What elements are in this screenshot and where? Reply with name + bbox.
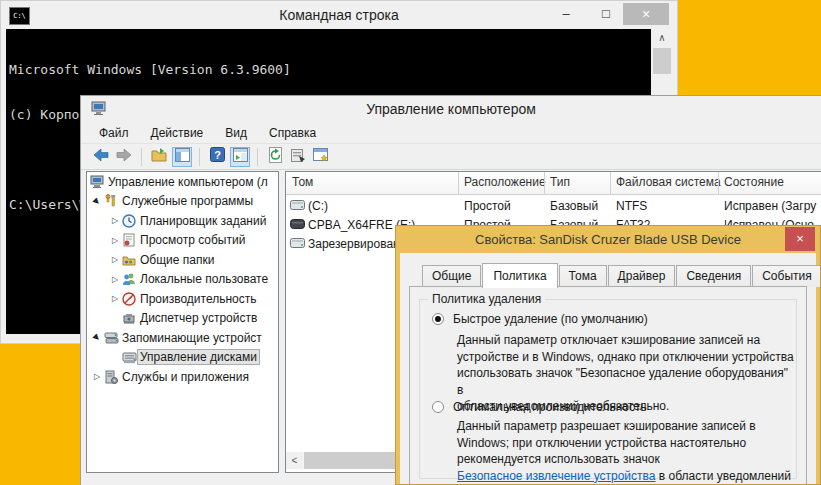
volume-layout: Простой	[464, 199, 511, 213]
cmd-scrollbar-thumb[interactable]	[653, 48, 671, 74]
column-header-filesystem[interactable]: Файловая система	[616, 175, 721, 189]
column-header-status[interactable]: Состояние	[724, 175, 784, 189]
tree-item-performance[interactable]: Производительность	[87, 289, 278, 309]
description-line: Windows; при отключении устройства насто…	[457, 435, 791, 452]
volume-list-header: Том Расположение Тип Файловая система Со…	[286, 172, 821, 195]
column-header-type[interactable]: Тип	[550, 175, 570, 189]
forward-button[interactable]	[114, 147, 134, 167]
cmd-titlebar[interactable]: C:\ Командная строка – □ ×	[1, 1, 677, 29]
tree-collapse-arrow[interactable]	[109, 216, 121, 225]
event-log-icon	[121, 233, 137, 247]
better-performance-radio[interactable]	[432, 401, 444, 413]
tree-item-label: Локальные пользовате	[137, 271, 271, 287]
tree-item-shared-folders[interactable]: Общие папки	[87, 250, 278, 270]
removal-policy-title: Политика удаления	[428, 292, 545, 306]
column-separator[interactable]	[544, 172, 545, 194]
back-button[interactable]	[91, 147, 111, 167]
properties-button[interactable]	[288, 147, 308, 167]
menu-action[interactable]: Действие	[151, 126, 204, 140]
tree-collapse-arrow[interactable]	[109, 236, 121, 245]
usb-properties-dialog: Свойства: SanDisk Cruzer Blade USB Devic…	[395, 225, 821, 485]
menu-help[interactable]: Справка	[269, 126, 316, 140]
tree-item-event-viewer[interactable]: Просмотр событий	[87, 231, 278, 251]
tree-collapse-arrow[interactable]	[91, 372, 103, 381]
dialog-tabs: Общие Политика Тома Драйвер Сведения Соб…	[422, 263, 821, 287]
tab-details[interactable]: Сведения	[676, 265, 751, 287]
svg-text:?: ?	[214, 149, 221, 161]
better-performance-label[interactable]: Оптимальная производительность	[453, 400, 647, 414]
description-line-with-link: Безопасное извлечение устройства в облас…	[457, 468, 791, 485]
mmc-titlebar[interactable]: Управление компьютером	[81, 96, 821, 122]
drive-icon	[290, 199, 305, 213]
tab-volumes[interactable]: Тома	[559, 265, 607, 287]
tree-item-label: Управление дисками	[137, 349, 260, 365]
tree-item-local-users[interactable]: Локальные пользовате	[87, 270, 278, 290]
volume-filesystem: NTFS	[616, 199, 647, 213]
console-line: Microsoft Windows [Version 6.3.9600]	[9, 62, 651, 77]
tree-item-task-scheduler[interactable]: Планировщик заданий	[87, 211, 278, 231]
show-action-pane-button[interactable]	[230, 147, 250, 167]
tree-pane-window-icon	[175, 148, 190, 166]
tree-collapse-arrow[interactable]	[109, 255, 121, 264]
computer-icon	[89, 175, 105, 189]
menu-file[interactable]: Файл	[99, 126, 129, 140]
description-line: использовать значок "Безопасное удаление…	[457, 365, 796, 398]
performance-gauge-icon	[121, 292, 137, 306]
volume-name: (C:)	[308, 199, 328, 213]
tree-item-services-apps[interactable]: Службы и приложения	[87, 367, 278, 387]
back-arrow-icon	[93, 147, 109, 167]
tree-item-device-manager[interactable]: Диспетчер устройств	[87, 309, 278, 329]
console-options-button[interactable]	[311, 147, 331, 167]
storage-icon	[103, 331, 119, 345]
cd-drive-icon	[290, 218, 305, 232]
toolbar-separator	[141, 148, 142, 166]
scroll-up-icon[interactable]: ∧	[651, 29, 673, 46]
description-line: устройстве и в Windows, однако при отклю…	[457, 349, 796, 366]
tab-general[interactable]: Общие	[422, 265, 481, 287]
better-performance-description: Данный параметр разрешает кэширование за…	[457, 418, 791, 485]
quick-removal-radio[interactable]	[432, 313, 444, 325]
show-console-tree-button[interactable]	[172, 147, 192, 167]
dialog-close-button[interactable]: ×	[785, 227, 815, 251]
safe-removal-link[interactable]: Безопасное извлечение устройства	[457, 469, 655, 483]
users-icon	[121, 272, 137, 286]
column-separator[interactable]	[458, 172, 459, 194]
console-tree-pane: Управление компьютером (л Служебные прог…	[86, 171, 279, 473]
help-icon: ?	[210, 147, 225, 166]
tree-item-label: Управление компьютером (л	[105, 174, 271, 190]
menu-view[interactable]: Вид	[225, 126, 247, 140]
tree-item-disk-management[interactable]: Управление дисками	[87, 348, 278, 368]
description-line: Данный параметр отключает кэширование за…	[457, 332, 796, 349]
folder-export-icon	[151, 147, 167, 167]
description-line: Данный параметр разрешает кэширование за…	[457, 418, 791, 435]
column-header-volume[interactable]: Том	[292, 175, 313, 189]
scroll-left-icon[interactable]: <	[286, 452, 303, 469]
export-list-button[interactable]	[149, 147, 169, 167]
refresh-icon	[268, 147, 283, 167]
tab-events[interactable]: События	[752, 265, 821, 287]
tree-collapse-arrow[interactable]	[109, 294, 121, 303]
tree-item-system-tools[interactable]: Служебные программы	[87, 192, 278, 212]
tree-item-storage[interactable]: Запоминающие устройст	[87, 328, 278, 348]
cmd-maximize-button[interactable]: □	[591, 3, 621, 25]
after-link-text: в области уведомлений	[655, 469, 791, 483]
column-header-layout[interactable]: Расположение	[464, 175, 546, 189]
cmd-minimize-button[interactable]: –	[551, 3, 581, 25]
cmd-close-button[interactable]: ×	[623, 3, 669, 25]
column-separator[interactable]	[718, 172, 719, 194]
tree-item-label: Службы и приложения	[119, 369, 252, 385]
toolbar-separator	[199, 148, 200, 166]
refresh-button[interactable]	[265, 147, 285, 167]
tree-collapse-arrow[interactable]	[109, 275, 121, 284]
column-separator[interactable]	[610, 172, 611, 194]
tree-item-computer-management[interactable]: Управление компьютером (л	[87, 172, 278, 192]
tab-policy[interactable]: Политика	[482, 263, 557, 288]
tree-item-label: Диспетчер устройств	[137, 310, 260, 326]
volume-status: Исправен (Загру	[724, 199, 816, 213]
toolbar-separator	[257, 148, 258, 166]
help-button[interactable]: ?	[207, 147, 227, 167]
quick-removal-label[interactable]: Быстрое удаление (по умолчанию)	[453, 312, 648, 326]
volume-row-c[interactable]: (C:) Простой Базовый NTFS Исправен (Загр…	[286, 197, 821, 216]
tab-driver[interactable]: Драйвер	[608, 265, 676, 287]
tree-item-label: Планировщик заданий	[137, 213, 269, 229]
